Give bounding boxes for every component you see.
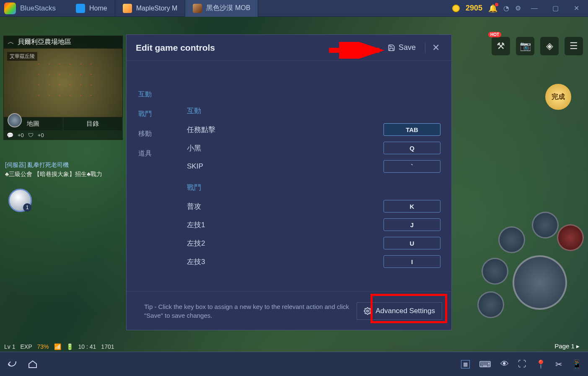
fullscreen-icon[interactable]: ⛶	[518, 359, 526, 369]
dialog-header: Edit game controls Save ✕	[127, 35, 451, 61]
hud-warning-icon[interactable]: ◈	[540, 37, 559, 55]
sidenav-item[interactable]: 互動	[138, 90, 174, 99]
blackdesert-icon	[193, 4, 202, 13]
hud-top-right: HOT⚒ 📷 ◈ ☰	[492, 37, 583, 55]
back-icon[interactable]	[6, 360, 18, 369]
skill-button[interactable]	[498, 226, 525, 253]
skill-wheel	[450, 192, 580, 322]
wifi-icon: 📶	[54, 343, 61, 350]
close-icon[interactable]: ✕	[430, 41, 442, 55]
save-button[interactable]: Save	[383, 41, 421, 54]
control-label: SKIP	[187, 162, 383, 171]
tab-home[interactable]: Home	[68, 0, 115, 17]
advanced-settings-button[interactable]: Advanced Settings	[357, 302, 442, 320]
eye-icon[interactable]: 👁	[500, 359, 509, 369]
control-label: 左技2	[187, 239, 383, 248]
control-row: 左技2U	[187, 237, 440, 249]
save-icon	[388, 44, 395, 52]
control-row: SKIP`	[187, 160, 440, 173]
annotation-arrow	[327, 42, 386, 59]
maximize-button[interactable]: ▢	[548, 3, 563, 14]
gear-icon	[364, 307, 371, 315]
minimize-button[interactable]: —	[527, 3, 542, 14]
game-status-bar: Lv 1 EXP 73% 📶 🔋 10 : 41 1701	[4, 343, 114, 350]
close-button[interactable]: ✕	[569, 3, 584, 14]
control-label: 普攻	[187, 202, 383, 211]
globe-icon[interactable]	[8, 113, 22, 127]
sidenav-item[interactable]: 移動	[138, 130, 174, 138]
key-input[interactable]: `	[383, 160, 440, 173]
section-title: 互動	[187, 106, 440, 116]
key-input[interactable]: Q	[383, 142, 440, 154]
dialog-body: 互動 戰鬥 移動 道具 互動 任務點擊TAB 小黑Q SKIP` 戰鬥 普攻K …	[127, 61, 451, 291]
skill-button[interactable]	[477, 291, 504, 318]
key-input[interactable]: K	[383, 200, 440, 213]
chevron-up-icon: ︿	[8, 38, 14, 47]
control-row: 小黑Q	[187, 142, 440, 154]
maplestory-icon	[123, 4, 132, 13]
sidenav-item[interactable]: 戰鬥	[138, 110, 174, 119]
save-label: Save	[399, 43, 416, 52]
dialog-sidenav: 互動 戰鬥 移動 道具	[127, 61, 174, 291]
key-input[interactable]: J	[383, 218, 440, 231]
keymap-display-icon[interactable]: ▦	[461, 360, 470, 368]
sidenav-item[interactable]: 道具	[138, 149, 174, 158]
battery-icon: 🔋	[66, 343, 73, 350]
chat-log: [伺服器] 亂拳打死老司機 ♣三級公會 【暗巷摸大象】招生♣戰力	[5, 161, 102, 180]
key-input[interactable]: I	[383, 255, 440, 268]
shield-icon: 🛡	[28, 132, 34, 138]
skill-button[interactable]	[557, 224, 584, 251]
complete-badge[interactable]: 完成	[545, 84, 571, 110]
account-icon[interactable]: ◔	[503, 4, 509, 12]
brand-name: BlueStacks	[20, 4, 56, 13]
settings-gear-icon[interactable]: ⚙	[515, 4, 521, 12]
hud-camera-icon[interactable]: 📷	[516, 37, 534, 55]
shake-icon[interactable]: 📱	[572, 359, 582, 369]
tab-label: MapleStory M	[136, 5, 178, 12]
tip-text: Tip - Click the key box to assign a new …	[144, 302, 354, 320]
minimap-list-button[interactable]: 目錄	[63, 117, 123, 130]
tab-label: Home	[89, 5, 107, 12]
minimap-body[interactable]: 艾華茲丘陵	[3, 48, 123, 117]
hud-tools-icon[interactable]: HOT⚒	[492, 37, 510, 55]
hud-menu-icon[interactable]: ☰	[565, 37, 583, 55]
avatar-badge: 1	[23, 203, 31, 212]
player-avatar[interactable]: 1	[8, 189, 32, 212]
controls-scroll-area[interactable]: 互動 任務點擊TAB 小黑Q SKIP` 戰鬥 普攻K 左技1J 左技2U 左技…	[174, 61, 451, 291]
skill-button[interactable]	[482, 258, 508, 285]
key-input[interactable]: U	[383, 237, 440, 249]
scissors-icon[interactable]: ✂	[555, 359, 562, 369]
tab-blackdesert[interactable]: 黑色沙漠 MOB	[185, 0, 258, 17]
minimap-stats: 💬+0 🛡+0	[3, 130, 123, 140]
notification-bell-icon[interactable]: 🔔	[488, 4, 497, 13]
chat-icon: 💬	[7, 132, 13, 138]
key-input[interactable]: TAB	[383, 123, 440, 136]
keyboard-icon[interactable]: ⌨	[479, 359, 491, 369]
control-row: 任務點擊TAB	[187, 123, 440, 136]
minimap-region-label: 艾華茲丘陵	[7, 52, 37, 61]
main-attack-button[interactable]	[513, 255, 567, 310]
minimap: ︿貝爾利亞農場地區 艾華茲丘陵 地圖 目錄 💬+0 🛡+0	[3, 36, 123, 140]
control-row: 左技3I	[187, 255, 440, 268]
control-label: 左技1	[187, 220, 383, 230]
toolbar-right: ▦ ⌨ 👁 ⛶ 📍 ✂ 📱	[461, 359, 582, 369]
bluestacks-bottom-toolbar: ▦ ⌨ 👁 ⛶ 📍 ✂ 📱	[0, 352, 588, 376]
bluestacks-logo	[4, 3, 16, 14]
titlebar-right: 2905 🔔 ◔ ⚙ — ▢ ✕	[452, 3, 584, 14]
home-icon[interactable]	[28, 360, 38, 368]
tab-maplestory[interactable]: MapleStory M	[115, 0, 186, 17]
level-label: Lv 1	[4, 343, 15, 350]
minimap-title: 貝爾利亞農場地區	[18, 38, 71, 47]
svg-point-0	[367, 310, 369, 312]
skill-button[interactable]	[532, 212, 559, 239]
tab-label: 黑色沙漠 MOB	[206, 4, 250, 13]
date-value: 1701	[101, 343, 114, 350]
chat-line: ♣三級公會 【暗巷摸大象】招生♣戰力	[5, 171, 102, 178]
minimap-header[interactable]: ︿貝爾利亞農場地區	[3, 36, 123, 48]
divider	[425, 42, 425, 53]
chat-line: [伺服器] 亂拳打死老司機	[5, 161, 102, 169]
page-indicator: Page 1 ▸	[554, 342, 580, 350]
control-label: 任務點擊	[187, 125, 383, 135]
time-value: 10 : 41	[78, 343, 96, 350]
location-icon[interactable]: 📍	[536, 359, 546, 369]
